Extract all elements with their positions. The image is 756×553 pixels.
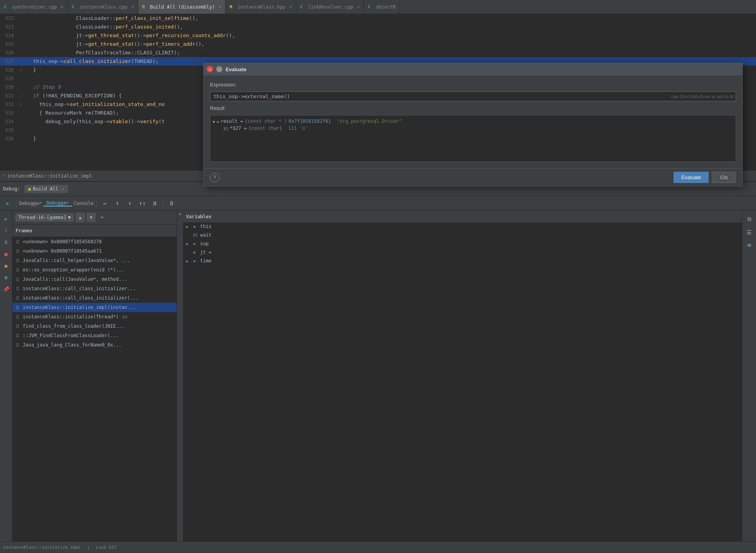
pause-btn[interactable]: ⏸ (149, 198, 160, 209)
frame-file-icon-10: 🗋 (16, 333, 21, 338)
frame-item-10[interactable]: 🗋 ::JVM_FindClassFromClassLoader(... (13, 331, 177, 340)
fold-icon-528[interactable]: ▷ (20, 66, 23, 74)
var-item-wait[interactable]: 01 wait (183, 232, 742, 240)
frame-item-9[interactable]: 🗋 find_class_from_class_loader(JNIE... (13, 321, 177, 331)
code-line-523[interactable]: 523 ClassLoader::perf_classes_inited(), (0, 23, 756, 31)
cpp-icon-4: C (368, 4, 373, 10)
build-icon: B (142, 4, 148, 10)
result-struct-icon: ≡ (217, 120, 219, 124)
result-row-child[interactable]: 01 *$27 = {const char} 111 'o' (213, 125, 733, 132)
var-expand-jt[interactable] (186, 250, 192, 250)
variables-tree[interactable]: ▶ ≡ this 01 wait ▶ ≡ sup ≡ jt = ▶ ≡ (183, 223, 742, 552)
result-expand-main[interactable]: ▼ (213, 120, 215, 124)
dialog-min-btn[interactable]: — (216, 66, 222, 72)
code-line-525[interactable]: 525 jt->get_thread_stat()->perf_timers_a… (0, 40, 756, 48)
scroll-side: ▲ ▼ (177, 210, 183, 552)
debug-build-all-tab[interactable]: ▣ Build All × (25, 185, 68, 193)
close-dialog-btn[interactable]: Clo (712, 172, 736, 183)
tab-objectm[interactable]: C objectM (364, 0, 400, 14)
dialog-body: Expression: Use Ctrl+Shift+Enter to add … (204, 75, 742, 168)
evaluate-btn[interactable]: Evaluate (674, 172, 709, 183)
settings-btn[interactable]: ⚙ (1, 272, 11, 282)
debugger-tab-label[interactable]: Debugger (19, 201, 42, 206)
pause-program-btn[interactable]: ⏸ (1, 237, 11, 247)
dialog-footer: ? Evaluate Clo (204, 168, 742, 186)
frame-file-icon-2: 🗋 (16, 258, 21, 263)
run-to-cursor-btn[interactable]: ⬆↑ (137, 198, 148, 209)
fold-icon-531[interactable]: ▷ (20, 92, 23, 100)
var-expand-this[interactable]: ▶ (186, 224, 192, 229)
thread-dropdown[interactable]: Thread-16-[gamma] ▼ (16, 214, 73, 221)
tab-close-linkresolver[interactable]: × (357, 4, 360, 9)
fold-icon-532[interactable]: ▷ (20, 100, 23, 109)
code-line-524[interactable]: 524 jt->get_thread_stat()->perf_recursio… (0, 31, 756, 40)
breakpoint-btn[interactable]: ● (1, 260, 11, 271)
thread-down-btn[interactable]: ▼ (87, 213, 95, 222)
dropdown-arrow: ▼ (68, 215, 71, 220)
thread-selector: Thread-16-[gamma] ▼ ▲ ▼ + (13, 210, 177, 224)
tab-instanceklass[interactable]: C instanceKlass.cpp × (68, 0, 138, 14)
var-item-time[interactable]: ▶ ≡ time (183, 257, 742, 266)
code-line-526[interactable]: 526 PerfClassTraceTime::CLASS_CLINIT); (0, 48, 756, 57)
scroll-up[interactable]: ▲ (177, 210, 183, 217)
continue-btn[interactable]: ▶ (1, 214, 11, 224)
code-line-522[interactable]: 522 ClassLoader::perf_class_init_selftim… (0, 14, 756, 23)
frame-item-6[interactable]: 🗋 instanceKlass::call_class_initializer(… (13, 293, 177, 303)
console-tab-label[interactable]: Console (74, 201, 94, 206)
build-tab-icon: ▣ (28, 187, 31, 192)
thread-add-btn[interactable]: + (98, 213, 106, 222)
frame-file-icon-3: 🗋 (16, 268, 21, 273)
var-expand-sup[interactable]: ▶ (186, 241, 192, 246)
frame-item-7[interactable]: 🗋 instanceKlass::initialize_impl(instan.… (13, 303, 177, 312)
frame-item-11[interactable]: 🗋 Java_java_lang_Class_forName0_0x... (13, 340, 177, 350)
tab-close-hpp[interactable]: × (289, 4, 292, 9)
side-action-btns: ▶ ⤵ ⏸ ■ ● ⚙ 📌 (0, 210, 13, 552)
step-into-btn[interactable]: ⬇ (112, 198, 123, 209)
tab-close-buildall[interactable]: × (219, 4, 222, 9)
frame-item-1[interactable]: 🗋 <unknown> 0x00007f18545aa671 (13, 246, 177, 256)
watch-icon-btn[interactable]: 👁 (744, 240, 755, 251)
frame-item-0[interactable]: 🗋 <unknown> 0x00007f18545b0278 (13, 237, 177, 246)
var-item-sup[interactable]: ▶ ≡ sup (183, 240, 742, 249)
frame-item-4[interactable]: 🗋 JavaCalls::call(JavaValue*, method... (13, 275, 177, 284)
expression-label: Expression: (210, 82, 736, 88)
frames-list[interactable]: 🗋 <unknown> 0x00007f18545b0278 🗋 <unknow… (13, 237, 177, 552)
stop-btn[interactable]: ■ (1, 249, 11, 259)
tab-instanceklasshpp[interactable]: H instanceKlass.hpp × (226, 0, 296, 14)
var-expand-wait[interactable] (186, 232, 192, 233)
step-out-btn[interactable]: ⬆ (124, 198, 135, 209)
tab-synchronizer[interactable]: C synchronizer.cpp × (0, 0, 68, 14)
sep-3 (163, 199, 163, 207)
tab-close-synchronizer[interactable]: × (61, 4, 64, 9)
expression-input[interactable] (210, 92, 736, 101)
frame-item-2[interactable]: 🗋 JavaCalls::call_helper(JavaValue*, ... (13, 256, 177, 265)
cpp-icon: C (4, 4, 9, 10)
var-item-jt[interactable]: ≡ jt = (183, 249, 742, 257)
resume-btn[interactable]: ▶ (2, 198, 13, 209)
help-btn[interactable]: ? (210, 173, 219, 182)
var-expand-time[interactable]: ▶ (186, 258, 192, 263)
frame-item-8[interactable]: 🗋 instanceKlass::initialize(Thread*) in (13, 312, 177, 321)
tab-buildall[interactable]: B Build All (disassembly) × (138, 0, 226, 14)
frame-file-icon-9: 🗋 (16, 324, 21, 329)
pin-btn[interactable]: 📌 (1, 284, 11, 294)
thread-up-btn[interactable]: ▲ (76, 213, 84, 222)
list-icon-btn[interactable]: ☰ (744, 227, 755, 238)
debugger-tab-active[interactable]: Debugger (43, 200, 72, 206)
step-over-btn[interactable]: ↩ (99, 198, 110, 209)
frame-item-5[interactable]: 🗋 instanceKlass::call_class_initializer.… (13, 284, 177, 293)
result-row-main[interactable]: ▼ ≡ result = {const char * | 0x7f1858158… (213, 118, 733, 125)
frame-item-3[interactable]: 🗋 os::os_exception_wrapper(void (*)... (13, 265, 177, 275)
dialog-close-btn[interactable]: ✕ (207, 66, 213, 72)
var-item-this[interactable]: ▶ ≡ this (183, 223, 742, 232)
copy-icon-btn[interactable]: ⧉ (744, 214, 755, 224)
tab-linkresolver[interactable]: C linkResolver.cpp × (296, 0, 364, 14)
more-btn[interactable]: B (166, 198, 177, 209)
debug-tab-close[interactable]: × (62, 187, 64, 192)
tab-close-instanceklass[interactable]: × (131, 4, 134, 9)
evaluate-dialog: ✕ — Evaluate Expression: Use Ctrl+Shift+… (203, 63, 743, 187)
step-btn[interactable]: ⤵ (1, 225, 11, 235)
dialog-titlebar[interactable]: ✕ — Evaluate (204, 63, 742, 75)
expression-input-row: Use Ctrl+Shift+Enter to add to W (210, 92, 736, 101)
frame-file-icon-7: 🗋 (16, 305, 21, 310)
